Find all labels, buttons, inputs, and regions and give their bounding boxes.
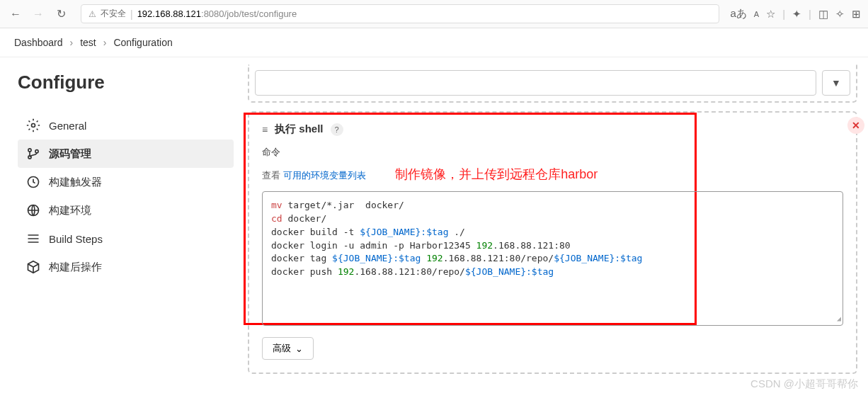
svg-point-3 xyxy=(35,150,38,153)
sidebar: Configure General 源码管理 构建触发器 构建环境 Build … xyxy=(0,57,241,388)
previous-step-section: ▼ xyxy=(248,64,857,103)
text-size-icon[interactable]: A xyxy=(754,10,759,18)
globe-icon xyxy=(26,203,40,217)
insecure-label: 不安全 xyxy=(101,8,126,20)
app-icon[interactable]: ⊞ xyxy=(852,8,861,21)
chevron-right-icon: › xyxy=(103,37,107,48)
env-help-line: 查看 可用的环境变量列表 制作镜像，并上传到远程仓库harbor xyxy=(262,166,843,183)
warning-icon: ⚠ xyxy=(88,9,96,19)
sidebar-item-label: 源码管理 xyxy=(49,147,91,161)
steps-icon xyxy=(26,232,40,246)
favorite-icon[interactable]: ☆ xyxy=(766,8,775,21)
address-bar[interactable]: ⚠ 不安全 | 192.168.88.121:8080/job/test/con… xyxy=(81,4,719,23)
drag-handle-icon[interactable]: ≡ xyxy=(262,124,268,135)
breadcrumb-item[interactable]: test xyxy=(80,37,96,48)
command-label: 命令 xyxy=(262,146,843,159)
dropdown-button[interactable]: ▼ xyxy=(822,70,850,96)
advanced-button[interactable]: 高级 ⌄ xyxy=(262,337,314,360)
remove-step-button[interactable]: ✕ xyxy=(847,117,864,134)
sidebar-item-triggers[interactable]: 构建触发器 xyxy=(18,168,234,196)
sidebar-item-general[interactable]: General xyxy=(18,111,234,140)
resize-handle[interactable]: ◢ xyxy=(837,314,841,324)
text-input[interactable] xyxy=(255,70,816,96)
browser-chrome: ← → ↻ ⚠ 不安全 | 192.168.88.121:8080/job/te… xyxy=(0,0,868,28)
chevron-down-icon: ⌄ xyxy=(295,343,303,354)
command-textarea[interactable]: mv target/*.jar docker/ cd docker/ docke… xyxy=(262,191,843,326)
toolbar-icons: aあ A ☆ | ✦ | ◫ ✧ ⊞ xyxy=(731,7,862,21)
shell-step-section: ✕ ≡ 执行 shell ? 命令 查看 可用的环境变量列表 制作镜像，并上传到… xyxy=(248,111,857,374)
url-text: 192.168.88.121:8080/job/test/configure xyxy=(137,8,297,19)
shell-title: 执行 shell xyxy=(275,123,323,136)
help-icon[interactable]: ? xyxy=(331,123,343,136)
see-label: 查看 xyxy=(262,170,280,181)
env-link[interactable]: 可用的环境变量列表 xyxy=(283,170,366,181)
collections-icon[interactable]: ✧ xyxy=(835,8,845,21)
gear-icon xyxy=(26,118,40,132)
extension-icon[interactable]: ✦ xyxy=(792,8,801,21)
svg-point-0 xyxy=(32,124,35,127)
back-button[interactable]: ← xyxy=(7,6,24,23)
sidebar-toggle-icon[interactable]: ◫ xyxy=(818,8,828,21)
chevron-right-icon: › xyxy=(70,37,74,48)
branch-icon xyxy=(26,147,40,161)
refresh-button[interactable]: ↻ xyxy=(52,6,69,23)
sidebar-item-build-steps[interactable]: Build Steps xyxy=(18,224,234,253)
page-title: Configure xyxy=(18,72,234,93)
sidebar-item-label: General xyxy=(49,120,86,132)
package-icon xyxy=(26,260,40,274)
sidebar-item-label: 构建后操作 xyxy=(49,261,102,274)
breadcrumb-item[interactable]: Configuration xyxy=(113,37,172,48)
sidebar-item-label: 构建环境 xyxy=(49,204,91,217)
sidebar-item-scm[interactable]: 源码管理 xyxy=(18,140,234,168)
sidebar-item-post-build[interactable]: 构建后操作 xyxy=(18,253,234,281)
annotation-text: 制作镜像，并上传到远程仓库harbor xyxy=(395,167,598,181)
translate-icon[interactable]: aあ xyxy=(731,7,747,21)
sidebar-item-label: Build Steps xyxy=(49,233,103,245)
sidebar-item-label: 构建触发器 xyxy=(49,176,102,189)
forward-button[interactable]: → xyxy=(30,6,47,23)
svg-point-1 xyxy=(28,149,31,152)
clock-icon xyxy=(26,175,40,189)
content-area: ▼ ✕ ≡ 执行 shell ? 命令 查看 可用的环境变量列表 制作镜像，并上… xyxy=(241,57,868,388)
breadcrumb-item[interactable]: Dashboard xyxy=(14,37,63,48)
sidebar-item-environment[interactable]: 构建环境 xyxy=(18,196,234,224)
breadcrumb: Dashboard › test › Configuration xyxy=(0,28,868,57)
